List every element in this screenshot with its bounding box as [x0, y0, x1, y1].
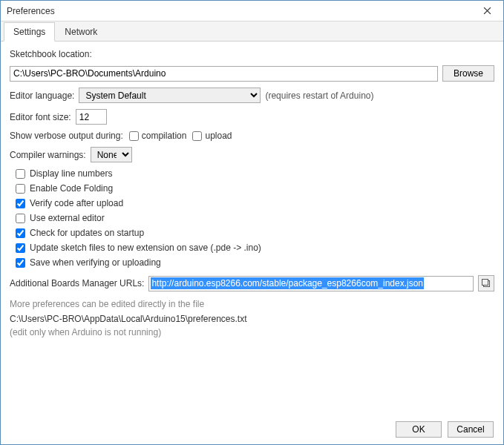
editor-language-note: (requires restart of Arduino): [265, 90, 373, 101]
compiler-warnings-label: Compiler warnings:: [10, 150, 86, 160]
verify-after-upload-label: Verify code after upload: [30, 198, 123, 208]
display-line-numbers-checkbox[interactable]: [16, 169, 25, 179]
save-on-verify-checkbox[interactable]: [16, 258, 25, 268]
tab-bar: Settings Network: [1, 22, 503, 42]
font-size-input[interactable]: [76, 109, 107, 125]
settings-panel: Sketchbook location: Browse Editor langu…: [1, 42, 503, 345]
editor-language-select[interactable]: System Default: [79, 88, 261, 103]
sketchbook-path-input[interactable]: [10, 66, 438, 82]
editor-language-label: Editor language:: [10, 90, 74, 101]
titlebar: Preferences: [1, 1, 503, 22]
tab-settings[interactable]: Settings: [4, 22, 55, 42]
boards-urls-expand-button[interactable]: [478, 275, 494, 291]
verbose-label: Show verbose output during:: [10, 131, 123, 141]
sketchbook-label: Sketchbook location:: [10, 49, 92, 59]
window-icon: [482, 279, 491, 289]
close-button[interactable]: [475, 3, 499, 19]
update-extension-label: Update sketch files to new extension on …: [30, 243, 261, 253]
check-updates-checkbox[interactable]: [16, 228, 25, 238]
code-folding-checkbox[interactable]: [16, 184, 25, 194]
svg-rect-1: [482, 279, 488, 285]
boards-urls-input[interactable]: http://arduino.esp8266.com/stable/packag…: [148, 276, 474, 291]
verbose-compilation-label: compilation: [142, 131, 187, 141]
external-editor-label: Use external editor: [30, 213, 105, 223]
preferences-file-path: C:\Users\PC-BRO\AppData\Local\Arduino15\…: [10, 314, 494, 324]
verify-after-upload-checkbox[interactable]: [16, 199, 25, 208]
cancel-button[interactable]: Cancel: [448, 421, 494, 438]
compiler-warnings-select[interactable]: None: [91, 147, 132, 162]
external-editor-checkbox[interactable]: [16, 214, 25, 223]
boards-urls-value: http://arduino.esp8266.com/stable/packag…: [151, 277, 424, 289]
browse-button[interactable]: Browse: [442, 65, 494, 82]
close-icon: [483, 7, 491, 15]
check-updates-label: Check for updates on startup: [30, 228, 144, 238]
update-extension-checkbox[interactable]: [16, 243, 25, 253]
boards-urls-label: Additional Boards Manager URLs:: [10, 278, 144, 289]
dialog-footer: OK Cancel: [396, 421, 494, 438]
verbose-compilation-checkbox[interactable]: [129, 131, 139, 141]
display-line-numbers-label: Display line numbers: [30, 168, 112, 179]
verbose-upload-checkbox[interactable]: [192, 131, 202, 141]
code-folding-label: Enable Code Folding: [30, 183, 113, 194]
tab-network[interactable]: Network: [55, 22, 107, 42]
edit-only-note: (edit only when Arduino is not running): [10, 327, 494, 337]
more-preferences-note: More preferences can be edited directly …: [10, 299, 494, 309]
verbose-upload-label: upload: [205, 131, 232, 141]
window-title: Preferences: [7, 6, 55, 16]
font-size-label: Editor font size:: [10, 112, 71, 122]
save-on-verify-label: Save when verifying or uploading: [30, 257, 161, 268]
ok-button[interactable]: OK: [396, 421, 442, 438]
